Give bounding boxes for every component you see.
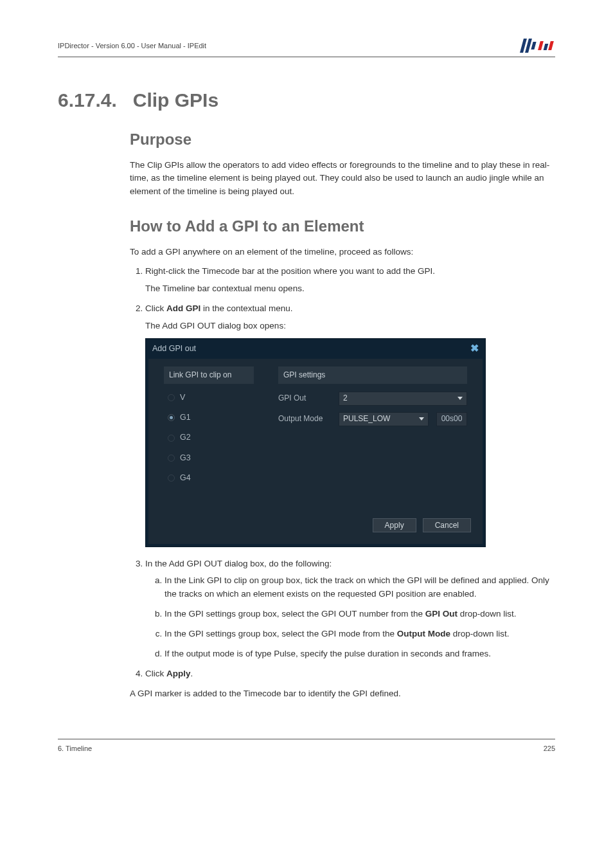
step-4: Click Apply. <box>145 667 555 681</box>
step-1: Right-click the Timecode bar at the posi… <box>145 265 555 296</box>
apply-button[interactable]: Apply <box>373 518 416 532</box>
link-gpi-group: Link GPI to clip on V G1 G <box>157 361 260 500</box>
radio-dot-icon <box>168 435 175 442</box>
output-mode-value: PULSE_LOW <box>343 413 390 425</box>
section-number: 6.17.4. <box>58 89 117 111</box>
step-3: In the Add GPI OUT dialog box, do the fo… <box>145 557 555 662</box>
step-3-substeps: In the Link GPI to clip on group box, ti… <box>145 574 555 661</box>
section-heading: 6.17.4. Clip GPIs <box>58 89 555 111</box>
howto-heading: How to Add a GPI to an Element <box>130 217 555 235</box>
page-footer: 6. Timeline 225 <box>58 739 555 752</box>
step-3a: In the Link GPI to clip on group box, ti… <box>164 574 555 601</box>
step-3b: In the GPI settings group box, select th… <box>164 608 555 621</box>
step-3-text: In the Add GPI OUT dialog box, do the fo… <box>145 559 332 568</box>
gpi-out-label: GPI Out <box>278 392 331 404</box>
chevron-down-icon <box>419 417 424 420</box>
radio-dot-icon <box>168 394 175 401</box>
step-3c: In the GPI settings group box, select th… <box>164 628 555 641</box>
step-3d: If the output mode is of type Pulse, spe… <box>164 647 555 661</box>
step-1-sub: The Timeline bar contextual menu opens. <box>145 282 555 296</box>
howto-outro: A GPI marker is added to the Timecode ba… <box>130 687 555 700</box>
chevron-down-icon <box>458 397 463 400</box>
add-gpi-dialog: Add GPI out ✖ Link GPI to clip on V <box>145 338 486 547</box>
radio-label: V <box>180 392 185 404</box>
howto-intro: To add a GPI anywhere on an element of t… <box>130 246 555 258</box>
purpose-text: The Clip GPIs allow the operators to add… <box>130 159 555 198</box>
radio-track-g1[interactable]: G1 <box>168 411 254 424</box>
header-text: IPDirector - Version 6.00 - User Manual … <box>58 42 206 50</box>
evs-logo <box>522 39 555 53</box>
section-title: Clip GPIs <box>133 89 218 111</box>
gpi-out-dropdown[interactable]: 2 <box>339 392 467 406</box>
step-2-sub: The Add GPI OUT dialog box opens: <box>145 320 555 333</box>
step-1-text: Right-click the Timecode bar at the posi… <box>145 266 435 276</box>
cancel-button[interactable]: Cancel <box>423 518 471 532</box>
step-2: Click Add GPI in the contextual menu. Th… <box>145 302 555 547</box>
radio-label: G3 <box>180 452 191 464</box>
page-header: IPDirector - Version 6.00 - User Manual … <box>58 39 555 57</box>
howto-steps: Right-click the Timecode bar at the posi… <box>130 265 555 681</box>
radio-track-g4[interactable]: G4 <box>168 472 254 484</box>
purpose-heading: Purpose <box>130 131 555 149</box>
gpi-out-value: 2 <box>343 392 348 404</box>
radio-track-g3[interactable]: G3 <box>168 452 254 464</box>
radio-dot-icon <box>168 455 175 462</box>
output-mode-label: Output Mode <box>278 413 331 425</box>
dialog-titlebar: Add GPI out ✖ <box>146 339 485 359</box>
step-2-text: Click Add GPI in the contextual menu. <box>145 303 293 313</box>
gpi-settings-group: GPI settings GPI Out 2 Output Mode <box>272 361 474 500</box>
radio-label: G2 <box>180 431 191 444</box>
output-mode-dropdown[interactable]: PULSE_LOW <box>339 412 429 426</box>
dialog-title-text: Add GPI out <box>152 343 196 355</box>
gpi-settings-group-title: GPI settings <box>278 366 467 384</box>
footer-page-number: 225 <box>544 745 555 752</box>
radio-label: G4 <box>180 472 191 484</box>
radio-track-v[interactable]: V <box>168 392 254 404</box>
radio-dot-icon <box>168 475 175 482</box>
radio-dot-icon <box>168 414 175 421</box>
link-gpi-group-title: Link GPI to clip on <box>164 366 254 384</box>
footer-left: 6. Timeline <box>58 745 92 752</box>
radio-track-g2[interactable]: G2 <box>168 431 254 444</box>
close-icon[interactable]: ✖ <box>470 343 479 354</box>
pulse-duration-field[interactable]: 00s00 <box>436 412 467 426</box>
radio-label: G1 <box>180 411 191 424</box>
